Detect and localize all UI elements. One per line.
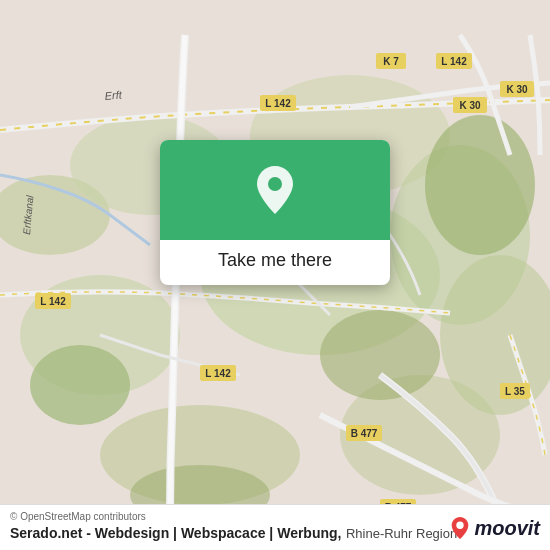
moovit-text-label: moovit: [474, 517, 540, 540]
svg-text:B 477: B 477: [351, 428, 378, 439]
svg-point-39: [268, 177, 282, 191]
svg-text:L 142: L 142: [265, 98, 291, 109]
place-name: Serado.net - Webdesign | Webspacace | We…: [10, 525, 341, 541]
moovit-logo: moovit: [450, 516, 540, 540]
map-container: K 7 L 142 L 142 K 30 K 30 Erft Erftkanal…: [0, 0, 550, 550]
svg-text:L 142: L 142: [40, 296, 66, 307]
svg-text:K 30: K 30: [506, 84, 528, 95]
take-me-there-button[interactable]: Take me there: [218, 250, 332, 271]
svg-text:Erft: Erft: [104, 88, 123, 102]
popup-button-area[interactable]: Take me there: [160, 240, 390, 285]
svg-text:K 7: K 7: [383, 56, 399, 67]
place-region: Rhine-Ruhr Region: [346, 526, 457, 541]
svg-text:K 30: K 30: [459, 100, 481, 111]
svg-point-12: [425, 115, 535, 255]
svg-text:L 35: L 35: [505, 386, 525, 397]
svg-text:L 142: L 142: [205, 368, 231, 379]
svg-point-40: [457, 522, 464, 529]
popup-card: Take me there: [160, 140, 390, 285]
svg-text:L 142: L 142: [441, 56, 467, 67]
location-pin-icon: [253, 164, 297, 216]
moovit-pin-icon: [450, 516, 470, 540]
svg-point-13: [320, 310, 440, 400]
svg-point-11: [30, 345, 130, 425]
popup-green-area: [160, 140, 390, 240]
